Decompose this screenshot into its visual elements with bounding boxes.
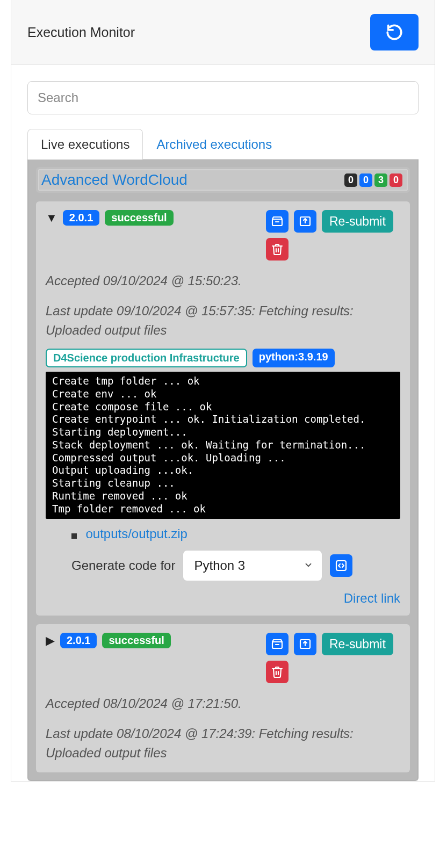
export-button[interactable] — [294, 633, 316, 655]
execution-actions: Re-submit — [266, 210, 400, 261]
counter-running: 0 — [344, 173, 357, 187]
group-header[interactable]: Advanced WordCloud 0 0 3 0 — [36, 167, 410, 193]
direct-link-row: Direct link — [46, 591, 400, 606]
group-counters: 0 0 3 0 — [344, 173, 402, 187]
delete-button[interactable] — [266, 238, 289, 261]
method-group: Advanced WordCloud 0 0 3 0 ▼ 2.0.1 succe… — [27, 160, 419, 781]
panel-title: Execution Monitor — [27, 25, 135, 40]
version-badge: 2.0.1 — [60, 633, 97, 648]
outputs-list: outputs/output.zip — [71, 526, 400, 541]
archive-button[interactable] — [266, 633, 289, 655]
generate-code-row: Generate code for Python 3 — [71, 550, 400, 581]
last-update-text: Last update 08/10/2024 @ 17:24:39: Fetch… — [46, 724, 400, 763]
execution-monitor-panel: Execution Monitor Live executions Archiv… — [11, 0, 435, 782]
counter-failed: 0 — [390, 173, 402, 187]
expand-toggle[interactable]: ▶ — [46, 634, 55, 648]
archive-icon — [271, 638, 284, 650]
group-title: Advanced WordCloud — [41, 171, 188, 189]
export-icon — [299, 215, 312, 228]
execution-top-row: ▶ 2.0.1 successful Re-submit — [46, 633, 400, 683]
archive-icon — [271, 215, 284, 228]
infrastructure-chip: D4Science production Infrastructure — [46, 349, 247, 367]
refresh-button[interactable] — [370, 14, 419, 50]
archive-button[interactable] — [266, 210, 289, 233]
chevron-down-icon — [304, 558, 313, 573]
code-icon — [335, 559, 348, 572]
generate-code-button[interactable] — [330, 554, 352, 577]
counter-pending: 0 — [359, 173, 372, 187]
resubmit-button[interactable]: Re-submit — [322, 633, 393, 655]
generate-code-label: Generate code for — [71, 558, 175, 573]
export-button[interactable] — [294, 210, 316, 233]
tabs: Live executions Archived executions — [27, 128, 419, 160]
status-badge: successful — [102, 633, 170, 648]
status-badge: successful — [105, 210, 173, 226]
tab-archived-executions[interactable]: Archived executions — [143, 129, 285, 160]
refresh-icon — [385, 23, 403, 41]
trash-icon — [271, 243, 284, 256]
direct-link[interactable]: Direct link — [344, 591, 400, 605]
expand-toggle[interactable]: ▼ — [46, 211, 57, 225]
runtime-chips: D4Science production Infrastructure pyth… — [46, 349, 400, 367]
export-icon — [299, 638, 312, 650]
delete-button[interactable] — [266, 661, 289, 683]
runtime-chip: python:3.9.19 — [253, 349, 335, 367]
output-file-link[interactable]: outputs/output.zip — [85, 526, 187, 541]
generate-code-selected: Python 3 — [194, 558, 245, 573]
list-bullet-icon — [71, 533, 77, 539]
accepted-text: Accepted 08/10/2024 @ 17:21:50. — [46, 694, 400, 713]
console-output[interactable]: Create tmp folder ... ok Create env ... … — [46, 372, 400, 519]
last-update-text: Last update 09/10/2024 @ 15:57:35: Fetch… — [46, 301, 400, 340]
counter-success: 3 — [374, 173, 387, 187]
trash-icon — [271, 666, 284, 678]
version-badge: 2.0.1 — [63, 210, 99, 226]
execution-card: ▼ 2.0.1 successful Re-submit — [36, 201, 410, 616]
panel-header: Execution Monitor — [11, 0, 435, 65]
generate-code-select[interactable]: Python 3 — [183, 550, 322, 581]
execution-actions: Re-submit — [266, 633, 400, 683]
accepted-text: Accepted 09/10/2024 @ 15:50:23. — [46, 271, 400, 291]
execution-top-row: ▼ 2.0.1 successful Re-submit — [46, 210, 400, 261]
execution-card: ▶ 2.0.1 successful Re-submit — [36, 624, 410, 772]
panel-body: Live executions Archived executions — [11, 65, 435, 160]
svg-rect-4 — [336, 561, 346, 570]
search-input[interactable] — [27, 81, 419, 114]
resubmit-button[interactable]: Re-submit — [322, 210, 393, 233]
tab-live-executions[interactable]: Live executions — [27, 129, 143, 160]
